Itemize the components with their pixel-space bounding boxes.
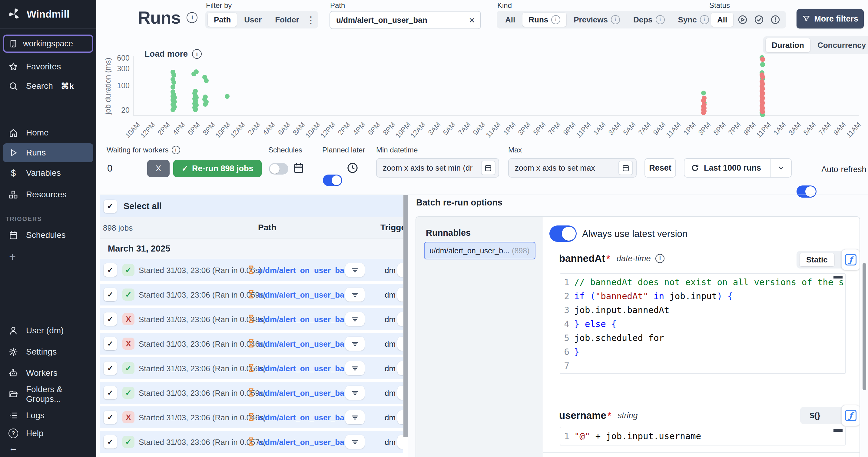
run-dot-success[interactable] [172, 80, 176, 85]
sidebar-item-help[interactable]: ?Help [0, 426, 96, 440]
sidebar-item-logs[interactable]: Logs [0, 405, 96, 426]
rerun-jobs-button[interactable]: ✓ Re-run 898 jobs [173, 160, 262, 177]
sidebar-item-settings[interactable]: Settings [0, 341, 96, 363]
scatter-plot[interactable] [133, 56, 859, 116]
filter-by-path-button[interactable] [345, 288, 365, 302]
run-dot-success[interactable] [193, 107, 198, 112]
info-icon[interactable]: i [551, 15, 560, 24]
latest-version-toggle[interactable] [549, 226, 577, 242]
static-mode-tab[interactable]: Static [800, 253, 834, 266]
sidebar-item-resources[interactable]: Resources [0, 184, 96, 205]
run-dot-success[interactable] [203, 102, 208, 107]
list-scrollbar[interactable] [403, 195, 408, 457]
schedules-toggle[interactable] [269, 163, 288, 175]
info-icon[interactable]: i [700, 15, 709, 24]
row-checkbox[interactable]: ✓ [103, 263, 117, 277]
kebab-menu-icon[interactable]: ⋮ [307, 15, 316, 25]
table-row[interactable]: ✓✓Started 31/03, 23:06 (Ran in 0.059s)u/… [100, 284, 408, 306]
run-dot-success[interactable] [170, 107, 175, 112]
run-path-link[interactable]: u/dm/alert_on_user_ban [258, 437, 349, 447]
row-checkbox[interactable]: ✓ [103, 411, 117, 424]
sidebar-item-folders-groups[interactable]: Folders & Groups... [0, 384, 96, 405]
run-dot-success[interactable] [204, 78, 209, 83]
sidebar-item-runs[interactable]: Runs [3, 143, 93, 162]
table-row[interactable]: ✓XStarted 31/03, 23:06 (Ran in 0.046s)u/… [100, 406, 408, 428]
clear-path-icon[interactable]: × [469, 15, 475, 25]
calendar-icon[interactable] [481, 161, 495, 175]
sidebar-item-back[interactable]: ← [0, 440, 96, 455]
info-icon[interactable]: i [611, 15, 620, 24]
last-runs-button[interactable]: Last 1000 runs [684, 158, 792, 178]
row-checkbox[interactable]: ✓ [103, 337, 117, 350]
info-icon[interactable]: i [172, 146, 180, 154]
runnable-item[interactable]: u/dm/alert_on_user_b... (898) [424, 242, 535, 259]
run-path-link[interactable]: u/dm/alert_on_user_ban [258, 413, 349, 423]
min-datetime-input[interactable]: zoom x axis to set min (dr [376, 158, 499, 178]
javascript-mode-button[interactable]: ƒ [841, 405, 860, 426]
filter-by-path-button[interactable] [345, 435, 365, 449]
filter-by-path-button[interactable] [345, 410, 365, 424]
table-row[interactable]: ✓XStarted 31/03, 23:06 (Ran in 0.046s)u/… [100, 333, 408, 354]
sidebar-item-schedules[interactable]: Schedules [0, 226, 96, 245]
row-checkbox[interactable]: ✓ [103, 288, 117, 301]
sidebar-item-user-dm[interactable]: User (dm) [0, 320, 96, 341]
run-path-link[interactable]: u/dm/alert_on_user_ban [258, 266, 349, 275]
add-trigger-button[interactable]: + [0, 245, 96, 263]
status-all-tab[interactable]: All [711, 13, 733, 27]
sidebar-item-favorites[interactable]: Favorites [0, 57, 96, 76]
filter-by-path-button[interactable] [345, 312, 365, 326]
filter-by-path-button[interactable] [345, 386, 365, 400]
status-filter-play-circle[interactable] [735, 15, 751, 25]
filter-by-tab-user[interactable]: User [238, 13, 268, 27]
filter-by-tab-folder[interactable]: Folder [269, 13, 305, 27]
kind-tab-deps[interactable]: Depsi [627, 13, 671, 27]
cancel-selection-button[interactable]: X [147, 160, 169, 177]
kind-tab-runs[interactable]: Runsi [522, 13, 566, 27]
info-icon[interactable]: i [656, 15, 665, 24]
table-row[interactable]: ✓✓Started 31/03, 23:06 (Ran in 0.059s)u/… [100, 357, 408, 379]
kind-tab-previews[interactable]: Previewsi [567, 13, 626, 27]
run-dot-failure[interactable] [760, 57, 765, 62]
code-editor-bannedat[interactable]: 1// bannedAt does not exist on all versi… [560, 273, 845, 374]
sidebar-item-workers[interactable]: Workers [0, 363, 96, 384]
run-dot-failure[interactable] [701, 110, 706, 115]
reset-button[interactable]: Reset [645, 158, 676, 178]
code-editor-username[interactable]: 1"@" + job.input.username [560, 427, 845, 446]
table-row[interactable]: ✓XStarted 31/03, 23:06 (Ran in 0.048s)u/… [100, 308, 408, 330]
status-filter-check-circle[interactable] [751, 15, 767, 25]
table-row[interactable]: ✓✓Started 31/03, 23:06 (Ran in 0.057s)u/… [100, 431, 408, 453]
row-checkbox[interactable]: ✓ [103, 435, 117, 449]
run-dot-success[interactable] [760, 62, 765, 67]
status-filter-alert-circle[interactable] [767, 15, 783, 25]
row-checkbox[interactable]: ✓ [103, 386, 117, 399]
info-icon[interactable]: i [187, 12, 197, 23]
max-datetime-input[interactable]: zoom x axis to set max [508, 158, 637, 178]
sidebar-item-variables[interactable]: $Variables [0, 162, 96, 184]
table-row[interactable]: ✓✓Started 31/03, 23:06 (Ran in 0.059s)u/… [100, 382, 408, 404]
filter-by-path-button[interactable] [345, 337, 365, 351]
tab-duration[interactable]: Duration [766, 38, 810, 52]
list-scrollbar-thumb[interactable] [403, 195, 408, 437]
run-dot-success[interactable] [194, 69, 199, 74]
sidebar-item-home[interactable]: Home [0, 122, 96, 143]
filter-by-path-button[interactable] [345, 361, 365, 375]
run-path-link[interactable]: u/dm/alert_on_user_ban [258, 389, 349, 398]
filter-by-path-button[interactable] [345, 263, 365, 277]
workspace-selector[interactable]: workingspace [3, 34, 93, 53]
tab-concurrency[interactable]: Concurrency [811, 38, 868, 52]
auto-refresh-toggle[interactable] [797, 185, 816, 198]
planned-later-toggle[interactable] [323, 175, 342, 186]
run-dot-success[interactable] [225, 94, 229, 99]
info-icon[interactable]: i [655, 254, 664, 263]
template-mode-tab[interactable]: ${} [803, 409, 827, 422]
select-all-checkbox[interactable]: ✓ [103, 200, 117, 213]
panel-scrollbar-thumb[interactable] [863, 263, 866, 390]
kind-tab-all[interactable]: All [499, 13, 521, 27]
row-checkbox[interactable]: ✓ [103, 362, 117, 375]
run-dot-success[interactable] [701, 91, 706, 95]
calendar-icon[interactable] [618, 161, 633, 175]
run-path-link[interactable]: u/dm/alert_on_user_ban [258, 364, 349, 373]
chevron-down-icon[interactable] [771, 164, 791, 172]
javascript-mode-button[interactable]: ƒ [841, 249, 860, 270]
run-dot-success[interactable] [170, 85, 175, 89]
